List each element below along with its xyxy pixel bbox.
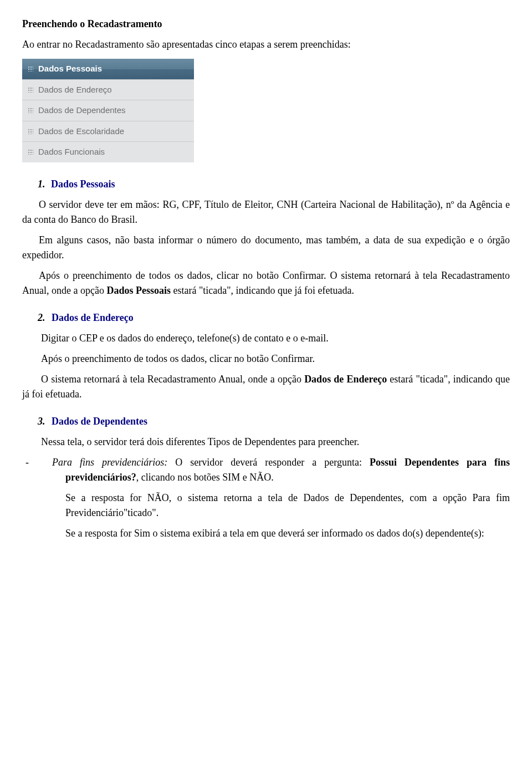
grip-icon	[28, 129, 33, 134]
menu-label: Dados de Dependentes	[38, 104, 126, 117]
grip-icon	[28, 87, 33, 93]
intro-text: Ao entrar no Recadastramento são apresen…	[22, 37, 510, 52]
section-1-heading: 1. Dados Pessoais	[22, 177, 510, 192]
grip-icon	[28, 66, 33, 72]
page-title: Preenchendo o Recadastramento	[22, 17, 510, 32]
menu-item-dados-dependentes[interactable]: Dados de Dependentes	[22, 100, 194, 121]
section-number: 1.	[38, 178, 49, 190]
menu-label: Dados de Escolaridade	[38, 125, 124, 138]
section-title: Dados Pessoais	[51, 178, 115, 190]
s3-p1: Nessa tela, o servidor terá dois diferen…	[22, 435, 510, 450]
menu-item-dados-escolaridade[interactable]: Dados de Escolaridade	[22, 121, 194, 142]
section-3-heading: 3. Dados de Dependentes	[22, 414, 510, 429]
grip-icon	[28, 108, 33, 113]
s1-p3: Após o preenchimento de todos os dados, …	[22, 268, 510, 298]
menu-item-dados-pessoais[interactable]: Dados Pessoais	[22, 59, 194, 80]
section-number: 2.	[38, 312, 49, 323]
s3-bullet-1: -Para fins previdenciários: O servidor d…	[22, 455, 510, 541]
s2-p3: O sistema retornará à tela Recadastramen…	[22, 372, 510, 402]
menu-label: Dados Pessoais	[38, 63, 102, 75]
menu-item-dados-endereco[interactable]: Dados de Endereço	[22, 80, 194, 101]
s3-bullet-1-line2: Se a resposta for NÃO, o sistema retorna…	[65, 491, 510, 520]
section-title: Dados de Endereço	[52, 312, 134, 323]
s2-p2: Após o preenchimento de todos os dados, …	[22, 351, 510, 366]
steps-menu: Dados Pessoais Dados de Endereço Dados d…	[22, 59, 194, 162]
menu-label: Dados de Endereço	[38, 84, 112, 96]
section-number: 3.	[38, 416, 49, 427]
menu-item-dados-funcionais[interactable]: Dados Funcionais	[22, 142, 194, 162]
grip-icon	[28, 149, 33, 155]
s1-p2: Em alguns casos, não basta informar o nú…	[22, 233, 510, 263]
s2-p1: Digitar o CEP e os dados do endereço, te…	[22, 331, 510, 346]
section-2-heading: 2. Dados de Endereço	[22, 310, 510, 325]
menu-label: Dados Funcionais	[38, 146, 105, 159]
s1-p1: O servidor deve ter em mãos: RG, CPF, Tí…	[22, 197, 510, 227]
s3-bullet-1-line3: Se a resposta for Sim o sistema exibirá …	[22, 526, 510, 541]
section-title: Dados de Dependentes	[52, 416, 147, 427]
dash-icon: -	[39, 455, 52, 470]
